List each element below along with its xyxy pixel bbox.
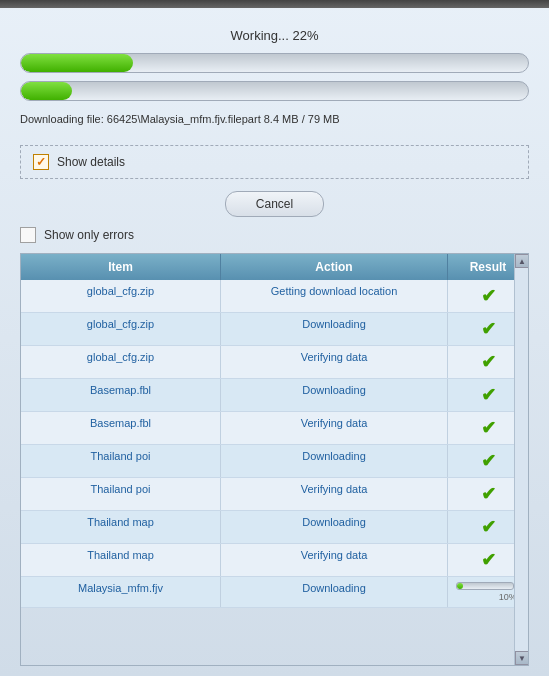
- cell-action: Downloading: [221, 379, 448, 411]
- download-info: Downloading file: 66425\Malaysia_mfm.fjv…: [20, 113, 529, 125]
- cell-action: Downloading: [221, 313, 448, 345]
- progress-bar-2: [20, 81, 529, 101]
- table-row: Malaysia_mfm.fjvDownloading10%: [21, 577, 528, 608]
- show-details-container: Show details: [20, 145, 529, 179]
- table-row: Basemap.fblVerifying data✔: [21, 412, 528, 445]
- table-row: Thailand poiVerifying data✔: [21, 478, 528, 511]
- mini-progress-bar: [456, 582, 514, 590]
- progress-bar-2-fill: [21, 82, 72, 100]
- check-icon: ✔: [481, 516, 496, 538]
- cell-item: global_cfg.zip: [21, 280, 221, 312]
- cell-action: Verifying data: [221, 478, 448, 510]
- cell-item: Thailand map: [21, 544, 221, 576]
- progress-bar-1: [20, 53, 529, 73]
- scrollbar-up[interactable]: ▲: [515, 254, 529, 268]
- table-wrapper: Item Action Result global_cfg.zipGetting…: [20, 253, 529, 666]
- cell-action: Downloading: [221, 445, 448, 477]
- header-action: Action: [221, 254, 448, 280]
- check-icon: ✔: [481, 549, 496, 571]
- show-errors-checkbox[interactable]: [20, 227, 36, 243]
- cell-item: Basemap.fbl: [21, 379, 221, 411]
- check-icon: ✔: [481, 450, 496, 472]
- cell-action: Downloading: [221, 511, 448, 543]
- cell-action: Verifying data: [221, 544, 448, 576]
- content-area: Working... 22% Downloading file: 66425\M…: [0, 8, 549, 676]
- table-row: Thailand mapDownloading✔: [21, 511, 528, 544]
- check-icon: ✔: [481, 318, 496, 340]
- cell-action: Verifying data: [221, 346, 448, 378]
- show-errors-label: Show only errors: [44, 228, 134, 242]
- progress-bar-1-fill: [21, 54, 133, 72]
- cell-progress: 10%: [456, 582, 520, 602]
- cell-item: global_cfg.zip: [21, 313, 221, 345]
- table-row: Thailand poiDownloading✔: [21, 445, 528, 478]
- cell-item: Thailand poi: [21, 445, 221, 477]
- check-icon: ✔: [481, 285, 496, 307]
- scrollbar-track: ▲ ▼: [514, 254, 528, 665]
- cell-item: Thailand map: [21, 511, 221, 543]
- cell-item: Thailand poi: [21, 478, 221, 510]
- scrollbar-down[interactable]: ▼: [515, 651, 529, 665]
- working-label: Working... 22%: [20, 28, 529, 43]
- cancel-button[interactable]: Cancel: [225, 191, 324, 217]
- show-errors-container: Show only errors: [20, 227, 529, 243]
- table-row: Basemap.fblDownloading✔: [21, 379, 528, 412]
- table-row: global_cfg.zipGetting download location✔: [21, 280, 528, 313]
- cell-item: Basemap.fbl: [21, 412, 221, 444]
- cell-action: Verifying data: [221, 412, 448, 444]
- check-icon: ✔: [481, 483, 496, 505]
- mini-progress-fill: [457, 583, 463, 589]
- cancel-btn-container: Cancel: [20, 191, 529, 217]
- main-container: Working... 22% Downloading file: 66425\M…: [0, 0, 549, 676]
- table-row: global_cfg.zipDownloading✔: [21, 313, 528, 346]
- cell-action: Getting download location: [221, 280, 448, 312]
- check-icon: ✔: [481, 351, 496, 373]
- cell-action: Downloading: [221, 577, 448, 607]
- table-header: Item Action Result: [21, 254, 528, 280]
- top-bar: [0, 0, 549, 8]
- check-icon: ✔: [481, 384, 496, 406]
- header-item: Item: [21, 254, 221, 280]
- table-body: global_cfg.zipGetting download location✔…: [21, 280, 528, 665]
- cell-item: Malaysia_mfm.fjv: [21, 577, 221, 607]
- cell-item: global_cfg.zip: [21, 346, 221, 378]
- table-row: global_cfg.zipVerifying data✔: [21, 346, 528, 379]
- check-icon: ✔: [481, 417, 496, 439]
- show-details-checkbox[interactable]: [33, 154, 49, 170]
- show-details-label: Show details: [57, 155, 125, 169]
- table-row: Thailand mapVerifying data✔: [21, 544, 528, 577]
